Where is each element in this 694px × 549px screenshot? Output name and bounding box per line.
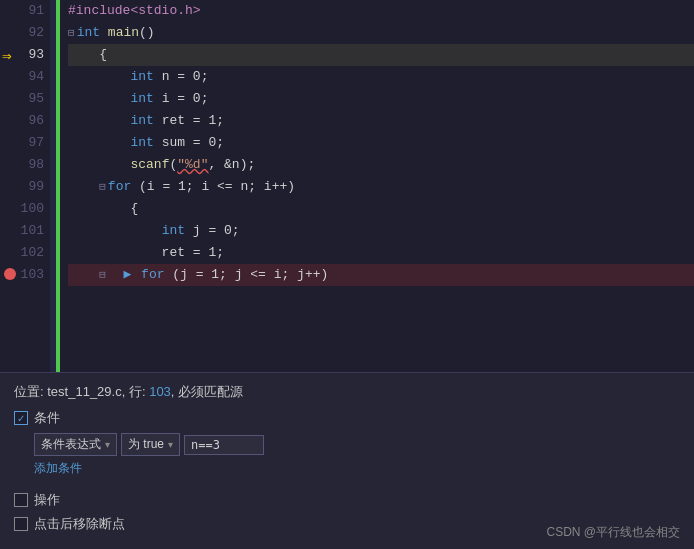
condition-checkbox-row[interactable]: 条件 [14,409,680,427]
code-line-93: { [68,44,694,66]
condition-value-input[interactable] [184,435,264,455]
code-content: #include<stdio.h> ⊟int main() { int n = … [60,0,694,372]
code-line-96: int ret = 1; [68,110,694,132]
location-row: 103 [149,384,171,399]
code-line-103: ⊟ ▶ for (j = 1; j <= i; j++) [68,264,694,286]
condition-true-dropdown[interactable]: 为 true ▾ [121,433,180,456]
line-102: 102 [21,242,44,264]
remove-bp-checkbox[interactable] [14,517,28,531]
breakpoint-panel: 位置: test_11_29.c, 行: 103, 必须匹配源 条件 条件表达式… [0,372,694,549]
line-101: 101 [21,220,44,242]
panel-location: 位置: test_11_29.c, 行: 103, 必须匹配源 [14,383,680,401]
fold-icon-99[interactable]: ⊟ [99,176,106,198]
dropdown-arrow2-icon: ▾ [168,439,173,450]
code-line-94: int n = 0; [68,66,694,88]
line-95: 95 [28,88,44,110]
line-97: 97 [28,132,44,154]
line-98: 98 [28,154,44,176]
code-line-98: scanf("%d", &n); [68,154,694,176]
code-line-99: ⊟for (i = 1; i <= n; i++) [68,176,694,198]
action-checkbox-row[interactable]: 操作 [14,491,680,509]
dropdown-arrow-icon: ▾ [105,439,110,450]
line-gutter: 91 92 93 94 95 96 97 98 99 100 101 102 1… [0,0,50,372]
fold-icon-103[interactable]: ⊟ [99,264,106,286]
location-file: test_11_29.c [47,384,121,399]
line-96: 96 [28,110,44,132]
condition-label: 条件 [34,409,60,427]
code-line-91: #include<stdio.h> [68,0,694,22]
code-line-95: int i = 0; [68,88,694,110]
code-line-101: int j = 0; [68,220,694,242]
condition-expr-dropdown[interactable]: 条件表达式 ▾ [34,433,117,456]
location-label: 位置: [14,384,47,399]
csdn-watermark: CSDN @平行线也会相交 [546,524,680,541]
execution-arrow-icon: ⇒ [2,46,12,66]
line-92: 92 [28,22,44,44]
location-must: 必须匹配源 [178,384,243,399]
line-91: 91 [28,0,44,22]
code-editor: 91 92 93 94 95 96 97 98 99 100 101 102 1… [0,0,694,372]
add-condition-button[interactable]: 添加条件 [34,460,680,477]
line-93: 93 [28,44,44,66]
code-line-102: ret = 1; [68,242,694,264]
condition-checkbox[interactable] [14,411,28,425]
code-line-92: ⊟int main() [68,22,694,44]
location-row-label: 行: [129,384,149,399]
code-line-97: int sum = 0; [68,132,694,154]
line-103: 103 [21,264,44,286]
action-label: 操作 [34,491,60,509]
line-94: 94 [28,66,44,88]
line-100: 100 [21,198,44,220]
breakpoint-dot-icon[interactable] [4,268,16,280]
condition-expr-row: 条件表达式 ▾ 为 true ▾ [34,433,680,456]
action-checkbox[interactable] [14,493,28,507]
line-99: 99 [28,176,44,198]
code-line-100: { [68,198,694,220]
remove-bp-label: 点击后移除断点 [34,515,125,533]
fold-icon-92[interactable]: ⊟ [68,22,75,44]
